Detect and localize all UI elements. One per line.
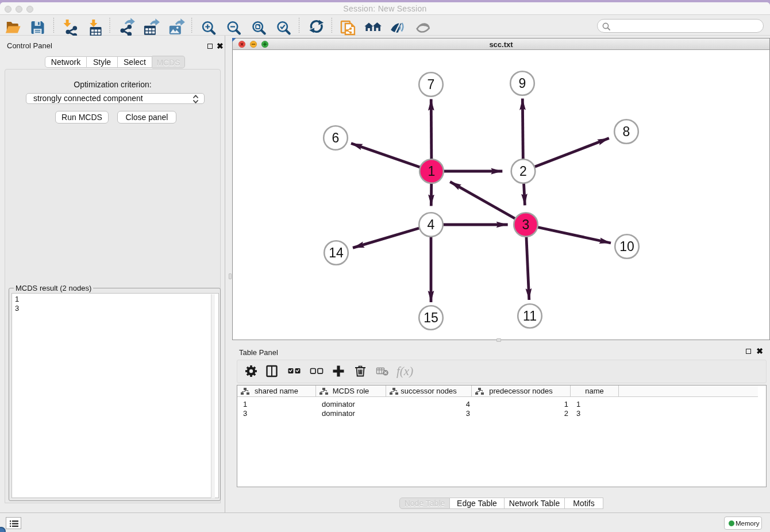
svg-text:9: 9 xyxy=(519,76,526,91)
svg-text:15: 15 xyxy=(424,310,438,325)
svg-text:3: 3 xyxy=(522,217,530,232)
svg-text:6: 6 xyxy=(332,130,340,145)
svg-text:7: 7 xyxy=(428,77,435,92)
svg-text:f(x): f(x) xyxy=(396,364,413,378)
svg-text:2: 2 xyxy=(519,164,527,179)
svg-text:10: 10 xyxy=(619,239,634,254)
svg-text:4: 4 xyxy=(428,217,435,232)
svg-text:11: 11 xyxy=(523,309,537,323)
svg-text:14: 14 xyxy=(329,245,344,260)
svg-text:8: 8 xyxy=(623,124,630,139)
svg-text:1: 1 xyxy=(428,164,436,179)
